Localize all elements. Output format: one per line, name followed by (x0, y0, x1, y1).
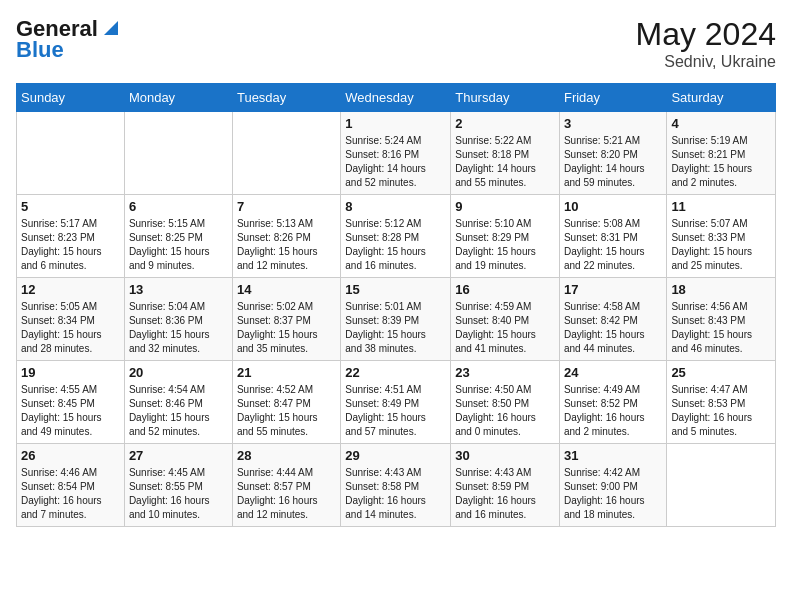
svg-marker-0 (104, 21, 118, 35)
day-number: 31 (564, 448, 662, 463)
title-block: May 2024 Sedniv, Ukraine (635, 16, 776, 71)
col-header-monday: Monday (124, 84, 232, 112)
day-cell-6: 6Sunrise: 5:15 AM Sunset: 8:25 PM Daylig… (124, 195, 232, 278)
day-number: 6 (129, 199, 228, 214)
logo-blue: Blue (16, 37, 122, 62)
week-row-1: 1Sunrise: 5:24 AM Sunset: 8:16 PM Daylig… (17, 112, 776, 195)
day-cell-28: 28Sunrise: 4:44 AM Sunset: 8:57 PM Dayli… (232, 444, 340, 527)
day-info: Sunrise: 5:19 AM Sunset: 8:21 PM Dayligh… (671, 134, 771, 190)
location: Sedniv, Ukraine (635, 53, 776, 71)
day-info: Sunrise: 4:46 AM Sunset: 8:54 PM Dayligh… (21, 466, 120, 522)
week-row-4: 19Sunrise: 4:55 AM Sunset: 8:45 PM Dayli… (17, 361, 776, 444)
day-info: Sunrise: 4:52 AM Sunset: 8:47 PM Dayligh… (237, 383, 336, 439)
week-row-2: 5Sunrise: 5:17 AM Sunset: 8:23 PM Daylig… (17, 195, 776, 278)
day-number: 29 (345, 448, 446, 463)
day-info: Sunrise: 4:43 AM Sunset: 8:58 PM Dayligh… (345, 466, 446, 522)
day-info: Sunrise: 5:21 AM Sunset: 8:20 PM Dayligh… (564, 134, 662, 190)
day-info: Sunrise: 5:22 AM Sunset: 8:18 PM Dayligh… (455, 134, 555, 190)
day-info: Sunrise: 4:44 AM Sunset: 8:57 PM Dayligh… (237, 466, 336, 522)
day-cell-18: 18Sunrise: 4:56 AM Sunset: 8:43 PM Dayli… (667, 278, 776, 361)
month-year: May 2024 (635, 16, 776, 53)
day-number: 30 (455, 448, 555, 463)
day-cell-26: 26Sunrise: 4:46 AM Sunset: 8:54 PM Dayli… (17, 444, 125, 527)
day-info: Sunrise: 4:45 AM Sunset: 8:55 PM Dayligh… (129, 466, 228, 522)
day-cell-12: 12Sunrise: 5:05 AM Sunset: 8:34 PM Dayli… (17, 278, 125, 361)
day-number: 3 (564, 116, 662, 131)
day-info: Sunrise: 4:55 AM Sunset: 8:45 PM Dayligh… (21, 383, 120, 439)
day-cell-17: 17Sunrise: 4:58 AM Sunset: 8:42 PM Dayli… (559, 278, 666, 361)
empty-cell (232, 112, 340, 195)
day-number: 2 (455, 116, 555, 131)
day-info: Sunrise: 4:56 AM Sunset: 8:43 PM Dayligh… (671, 300, 771, 356)
day-info: Sunrise: 4:42 AM Sunset: 9:00 PM Dayligh… (564, 466, 662, 522)
day-number: 12 (21, 282, 120, 297)
calendar-table: SundayMondayTuesdayWednesdayThursdayFrid… (16, 83, 776, 527)
day-cell-25: 25Sunrise: 4:47 AM Sunset: 8:53 PM Dayli… (667, 361, 776, 444)
day-number: 15 (345, 282, 446, 297)
day-number: 18 (671, 282, 771, 297)
day-cell-21: 21Sunrise: 4:52 AM Sunset: 8:47 PM Dayli… (232, 361, 340, 444)
day-info: Sunrise: 4:59 AM Sunset: 8:40 PM Dayligh… (455, 300, 555, 356)
week-row-5: 26Sunrise: 4:46 AM Sunset: 8:54 PM Dayli… (17, 444, 776, 527)
day-number: 23 (455, 365, 555, 380)
day-cell-5: 5Sunrise: 5:17 AM Sunset: 8:23 PM Daylig… (17, 195, 125, 278)
day-number: 10 (564, 199, 662, 214)
day-cell-4: 4Sunrise: 5:19 AM Sunset: 8:21 PM Daylig… (667, 112, 776, 195)
day-cell-7: 7Sunrise: 5:13 AM Sunset: 8:26 PM Daylig… (232, 195, 340, 278)
day-number: 25 (671, 365, 771, 380)
day-cell-11: 11Sunrise: 5:07 AM Sunset: 8:33 PM Dayli… (667, 195, 776, 278)
day-cell-19: 19Sunrise: 4:55 AM Sunset: 8:45 PM Dayli… (17, 361, 125, 444)
col-header-wednesday: Wednesday (341, 84, 451, 112)
day-number: 16 (455, 282, 555, 297)
day-cell-29: 29Sunrise: 4:43 AM Sunset: 8:58 PM Dayli… (341, 444, 451, 527)
day-cell-24: 24Sunrise: 4:49 AM Sunset: 8:52 PM Dayli… (559, 361, 666, 444)
col-header-tuesday: Tuesday (232, 84, 340, 112)
day-cell-9: 9Sunrise: 5:10 AM Sunset: 8:29 PM Daylig… (451, 195, 560, 278)
day-info: Sunrise: 5:10 AM Sunset: 8:29 PM Dayligh… (455, 217, 555, 273)
day-number: 27 (129, 448, 228, 463)
day-cell-30: 30Sunrise: 4:43 AM Sunset: 8:59 PM Dayli… (451, 444, 560, 527)
day-info: Sunrise: 5:15 AM Sunset: 8:25 PM Dayligh… (129, 217, 228, 273)
day-number: 14 (237, 282, 336, 297)
day-number: 8 (345, 199, 446, 214)
day-info: Sunrise: 5:08 AM Sunset: 8:31 PM Dayligh… (564, 217, 662, 273)
day-cell-10: 10Sunrise: 5:08 AM Sunset: 8:31 PM Dayli… (559, 195, 666, 278)
day-cell-27: 27Sunrise: 4:45 AM Sunset: 8:55 PM Dayli… (124, 444, 232, 527)
day-info: Sunrise: 5:05 AM Sunset: 8:34 PM Dayligh… (21, 300, 120, 356)
day-info: Sunrise: 5:17 AM Sunset: 8:23 PM Dayligh… (21, 217, 120, 273)
day-cell-3: 3Sunrise: 5:21 AM Sunset: 8:20 PM Daylig… (559, 112, 666, 195)
day-cell-16: 16Sunrise: 4:59 AM Sunset: 8:40 PM Dayli… (451, 278, 560, 361)
empty-cell (17, 112, 125, 195)
day-info: Sunrise: 4:49 AM Sunset: 8:52 PM Dayligh… (564, 383, 662, 439)
logo: General Blue (16, 16, 122, 63)
col-header-thursday: Thursday (451, 84, 560, 112)
day-info: Sunrise: 4:54 AM Sunset: 8:46 PM Dayligh… (129, 383, 228, 439)
day-number: 22 (345, 365, 446, 380)
day-cell-13: 13Sunrise: 5:04 AM Sunset: 8:36 PM Dayli… (124, 278, 232, 361)
day-info: Sunrise: 5:04 AM Sunset: 8:36 PM Dayligh… (129, 300, 228, 356)
day-number: 9 (455, 199, 555, 214)
day-info: Sunrise: 5:12 AM Sunset: 8:28 PM Dayligh… (345, 217, 446, 273)
day-cell-8: 8Sunrise: 5:12 AM Sunset: 8:28 PM Daylig… (341, 195, 451, 278)
day-number: 13 (129, 282, 228, 297)
day-info: Sunrise: 4:51 AM Sunset: 8:49 PM Dayligh… (345, 383, 446, 439)
col-header-sunday: Sunday (17, 84, 125, 112)
day-number: 17 (564, 282, 662, 297)
day-info: Sunrise: 5:02 AM Sunset: 8:37 PM Dayligh… (237, 300, 336, 356)
day-number: 28 (237, 448, 336, 463)
days-header-row: SundayMondayTuesdayWednesdayThursdayFrid… (17, 84, 776, 112)
day-cell-23: 23Sunrise: 4:50 AM Sunset: 8:50 PM Dayli… (451, 361, 560, 444)
day-info: Sunrise: 5:13 AM Sunset: 8:26 PM Dayligh… (237, 217, 336, 273)
day-cell-2: 2Sunrise: 5:22 AM Sunset: 8:18 PM Daylig… (451, 112, 560, 195)
day-number: 21 (237, 365, 336, 380)
day-cell-20: 20Sunrise: 4:54 AM Sunset: 8:46 PM Dayli… (124, 361, 232, 444)
day-cell-15: 15Sunrise: 5:01 AM Sunset: 8:39 PM Dayli… (341, 278, 451, 361)
day-info: Sunrise: 4:58 AM Sunset: 8:42 PM Dayligh… (564, 300, 662, 356)
day-number: 11 (671, 199, 771, 214)
logo-arrow-icon (100, 17, 122, 39)
day-number: 26 (21, 448, 120, 463)
day-cell-14: 14Sunrise: 5:02 AM Sunset: 8:37 PM Dayli… (232, 278, 340, 361)
day-number: 5 (21, 199, 120, 214)
page-header: General Blue May 2024 Sedniv, Ukraine (16, 16, 776, 71)
col-header-friday: Friday (559, 84, 666, 112)
